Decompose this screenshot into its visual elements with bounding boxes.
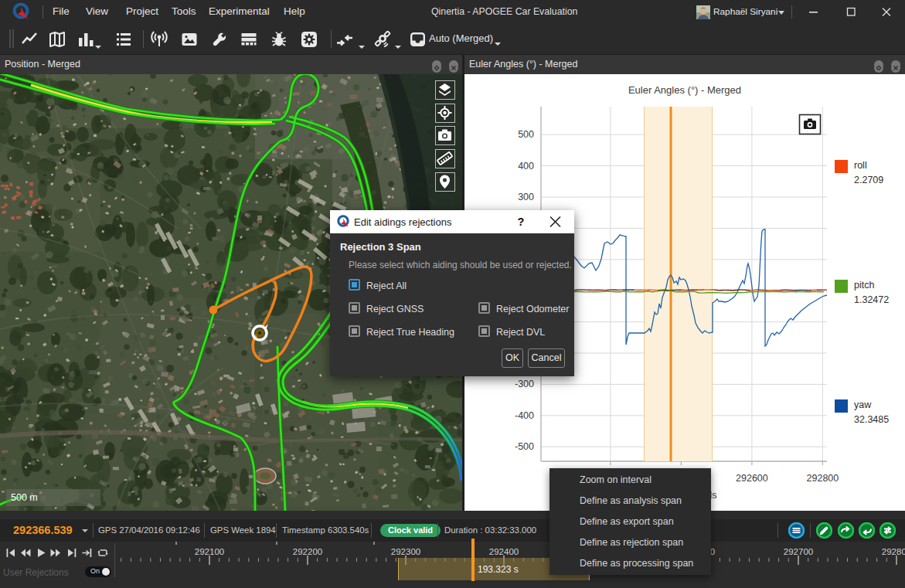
svg-text:32.3485: 32.3485 — [854, 414, 889, 425]
svg-text:292100: 292100 — [195, 547, 224, 556]
svg-text:292800: 292800 — [882, 547, 905, 556]
svg-text:-300: -300 — [515, 379, 534, 389]
svg-text:292300: 292300 — [391, 547, 420, 556]
svg-text:292200: 292200 — [293, 547, 322, 556]
svg-text:292700: 292700 — [784, 547, 813, 556]
svg-text:292600: 292600 — [736, 473, 768, 484]
svg-text:500: 500 — [518, 129, 534, 140]
svg-text:292400: 292400 — [489, 547, 519, 556]
svg-text:400: 400 — [518, 161, 534, 172]
svg-text:2.2709: 2.2709 — [854, 175, 883, 185]
svg-text:-400: -400 — [515, 410, 534, 421]
svg-text:292800: 292800 — [807, 473, 839, 484]
svg-text:-500: -500 — [515, 441, 534, 452]
svg-text:1.32472: 1.32472 — [854, 294, 889, 305]
svg-text:Euler Angles (°) - Merged: Euler Angles (°) - Merged — [628, 84, 741, 96]
svg-text:roll: roll — [854, 160, 867, 171]
svg-text:pitch: pitch — [854, 280, 874, 291]
svg-text:300: 300 — [518, 192, 534, 202]
svg-text:yaw: yaw — [854, 399, 872, 410]
